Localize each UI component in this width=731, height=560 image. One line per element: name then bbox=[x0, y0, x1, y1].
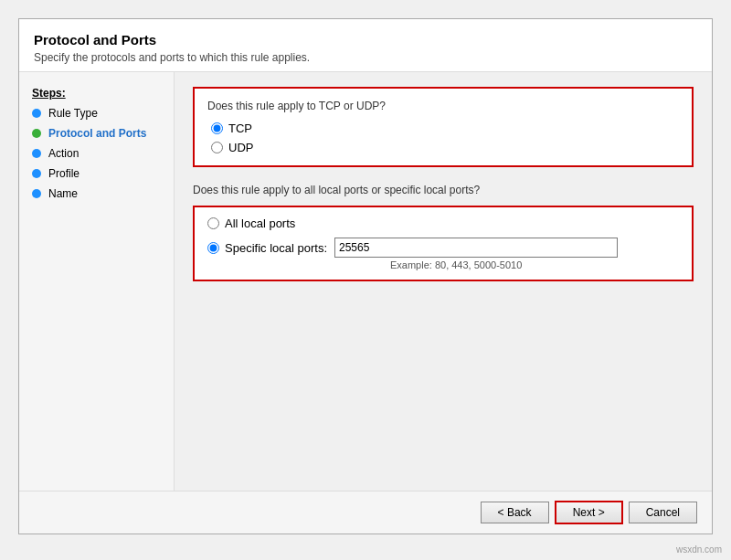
dot-icon bbox=[32, 169, 41, 178]
udp-radio[interactable] bbox=[211, 142, 223, 153]
all-ports-radio[interactable] bbox=[207, 217, 219, 229]
sidebar-item-label: Profile bbox=[48, 167, 79, 180]
udp-option[interactable]: UDP bbox=[211, 141, 679, 154]
protocol-section-box: Does this rule apply to TCP or UDP? TCP … bbox=[193, 87, 694, 167]
specific-ports-radio[interactable] bbox=[207, 242, 219, 254]
wizard-subtitle: Specify the protocols and ports to which… bbox=[34, 51, 697, 64]
dot-icon bbox=[32, 109, 41, 118]
dot-icon bbox=[32, 189, 41, 198]
sidebar-item-label: Action bbox=[48, 147, 79, 160]
sidebar-item-profile[interactable]: Profile bbox=[19, 164, 174, 184]
protocol-question: Does this rule apply to TCP or UDP? bbox=[207, 100, 679, 112]
ports-question: Does this rule apply to all local ports … bbox=[193, 184, 694, 196]
wizard-body: Steps: Rule Type Protocol and Ports Acti… bbox=[19, 72, 712, 491]
sidebar-item-protocol-ports[interactable]: Protocol and Ports bbox=[19, 123, 174, 143]
tcp-label: TCP bbox=[228, 122, 252, 135]
next-button[interactable]: Next > bbox=[555, 501, 623, 524]
all-ports-option[interactable]: All local ports bbox=[207, 217, 295, 230]
specific-ports-label: Specific local ports: bbox=[225, 241, 327, 255]
sidebar: Steps: Rule Type Protocol and Ports Acti… bbox=[19, 72, 175, 491]
protocol-radio-group: TCP UDP bbox=[207, 122, 679, 154]
tcp-radio[interactable] bbox=[211, 122, 223, 134]
back-button[interactable]: < Back bbox=[481, 502, 549, 523]
sidebar-item-action[interactable]: Action bbox=[19, 143, 174, 164]
sidebar-item-name[interactable]: Name bbox=[19, 184, 174, 204]
sidebar-item-label: Rule Type bbox=[48, 107, 98, 120]
dot-icon bbox=[32, 149, 41, 158]
all-ports-label: All local ports bbox=[225, 217, 295, 230]
udp-label: UDP bbox=[228, 141, 253, 154]
wizard-container: Protocol and Ports Specify the protocols… bbox=[18, 18, 713, 534]
wizard-title: Protocol and Ports bbox=[34, 32, 697, 48]
specific-ports-option[interactable]: Specific local ports: bbox=[207, 241, 327, 255]
tcp-option[interactable]: TCP bbox=[211, 122, 679, 135]
steps-label: Steps: bbox=[19, 81, 174, 103]
main-content: Does this rule apply to TCP or UDP? TCP … bbox=[175, 72, 712, 491]
all-ports-row: All local ports bbox=[207, 217, 679, 230]
sidebar-item-rule-type[interactable]: Rule Type bbox=[19, 103, 174, 123]
dot-icon bbox=[32, 129, 41, 138]
port-example-text: Example: 80, 443, 5000-5010 bbox=[207, 259, 679, 270]
watermark: wsxdn.com bbox=[676, 544, 722, 555]
ports-section-box: All local ports Specific local ports: Ex… bbox=[193, 206, 694, 281]
port-number-input[interactable] bbox=[334, 238, 618, 258]
wizard-header: Protocol and Ports Specify the protocols… bbox=[19, 19, 712, 72]
wizard-footer: < Back Next > Cancel bbox=[19, 491, 712, 534]
cancel-button[interactable]: Cancel bbox=[629, 502, 697, 523]
sidebar-item-label: Name bbox=[48, 187, 78, 200]
specific-ports-row: Specific local ports: bbox=[207, 238, 679, 258]
sidebar-item-label: Protocol and Ports bbox=[48, 127, 146, 140]
